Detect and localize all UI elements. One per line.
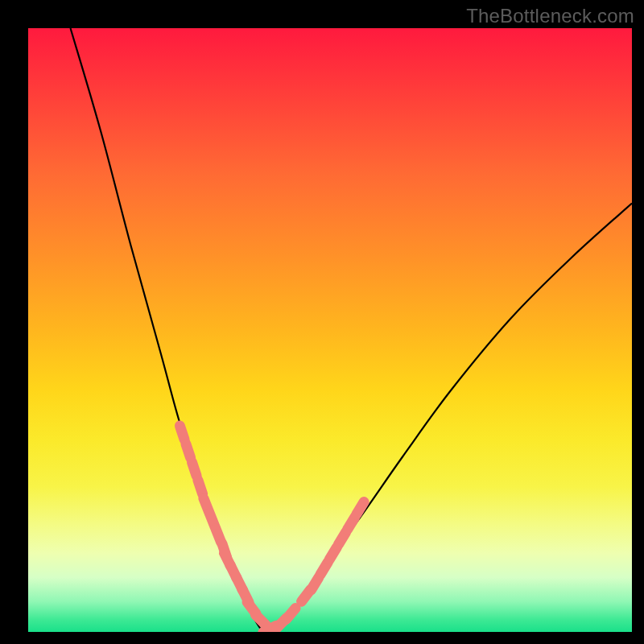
- curve-marker: [255, 615, 266, 625]
- curve-svg: [28, 28, 632, 632]
- curve-marker: [242, 589, 249, 602]
- curve-marker: [320, 563, 328, 575]
- curve-marker: [230, 565, 237, 578]
- curve-marker: [357, 502, 364, 514]
- plot-area: [28, 28, 632, 632]
- curve-marker: [277, 617, 287, 628]
- curve-marker: [312, 577, 319, 589]
- curve-marker: [180, 426, 184, 440]
- curve-marker: [224, 553, 230, 566]
- curve-marker: [302, 590, 311, 601]
- curve-marker: [329, 547, 336, 559]
- curve-marker: [222, 543, 227, 557]
- curve-marker: [216, 529, 221, 543]
- curve-marker: [192, 462, 196, 476]
- curve-marker: [247, 602, 256, 613]
- chart-frame: TheBottleneck.com: [0, 0, 644, 644]
- curve-marker: [198, 480, 203, 493]
- curve-marker: [286, 609, 295, 620]
- curve-marker: [186, 444, 191, 457]
- curve-marker: [338, 532, 345, 544]
- curve-marker: [263, 625, 276, 632]
- curve-marker: [348, 517, 355, 529]
- curve-marker: [209, 514, 215, 527]
- curve-marker: [236, 577, 242, 590]
- curve-marker: [204, 498, 209, 512]
- bottleneck-curve: [71, 28, 633, 632]
- marker-layer: [180, 426, 364, 632]
- watermark-text: TheBottleneck.com: [466, 5, 634, 27]
